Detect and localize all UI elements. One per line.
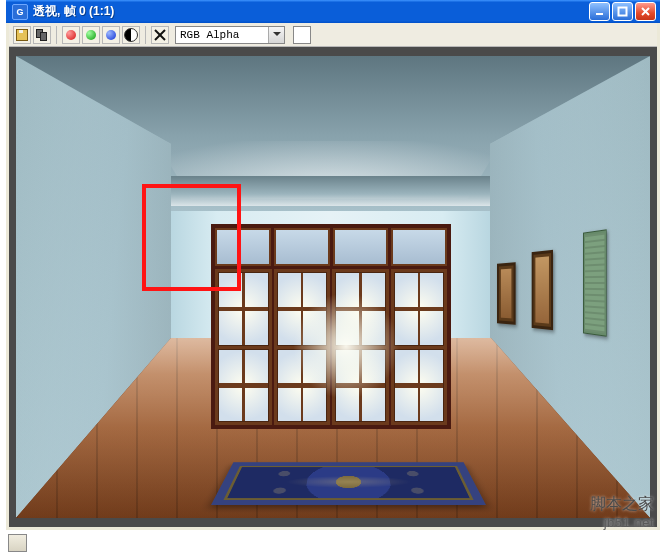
window-buttons: [589, 2, 656, 21]
wall-art-3: [583, 229, 606, 336]
blue-dot-icon: [106, 30, 116, 40]
color-swatch[interactable]: [293, 26, 311, 44]
monochrome-button[interactable]: [122, 26, 140, 44]
half-circle-icon: [124, 28, 138, 42]
render-image: [16, 56, 650, 518]
clear-button[interactable]: [151, 26, 169, 44]
door-panel: [391, 269, 448, 425]
door-panel: [215, 269, 272, 425]
toolbar: RGB Alpha: [9, 23, 657, 47]
door-frame: [211, 224, 451, 429]
separator: [145, 26, 146, 44]
app-window: G 透视, 帧 0 (1:1) RGB Alpha: [6, 0, 660, 530]
door-panel: [332, 269, 389, 425]
ui-fragment: [8, 534, 27, 552]
green-channel-button[interactable]: [82, 26, 100, 44]
window-title: 透视, 帧 0 (1:1): [33, 3, 589, 20]
room-scene: [16, 56, 650, 518]
red-highlight-box: [142, 184, 241, 291]
chevron-down-icon[interactable]: [268, 27, 284, 43]
svg-rect-1: [619, 8, 627, 16]
blue-channel-button[interactable]: [102, 26, 120, 44]
carpet: [211, 462, 486, 505]
wall-art-2: [532, 250, 553, 330]
doors: [215, 269, 447, 425]
save-button[interactable]: [13, 26, 31, 44]
green-dot-icon: [86, 30, 96, 40]
minimize-button[interactable]: [589, 2, 610, 21]
door-panel: [274, 269, 331, 425]
maximize-button[interactable]: [612, 2, 633, 21]
door-transom: [215, 228, 447, 266]
clone-button[interactable]: [33, 26, 51, 44]
app-icon: G: [12, 4, 28, 20]
red-dot-icon: [66, 30, 76, 40]
red-channel-button[interactable]: [62, 26, 80, 44]
close-button[interactable]: [635, 2, 656, 21]
titlebar[interactable]: G 透视, 帧 0 (1:1): [6, 0, 660, 23]
wall-art-1: [497, 262, 516, 325]
channel-select[interactable]: RGB Alpha: [175, 26, 285, 44]
disk-icon: [16, 29, 28, 41]
cross-icon: [154, 29, 166, 41]
render-viewport: [9, 47, 657, 527]
channel-select-value: RGB Alpha: [176, 29, 268, 41]
separator: [56, 26, 57, 44]
clone-icon: [36, 29, 48, 41]
